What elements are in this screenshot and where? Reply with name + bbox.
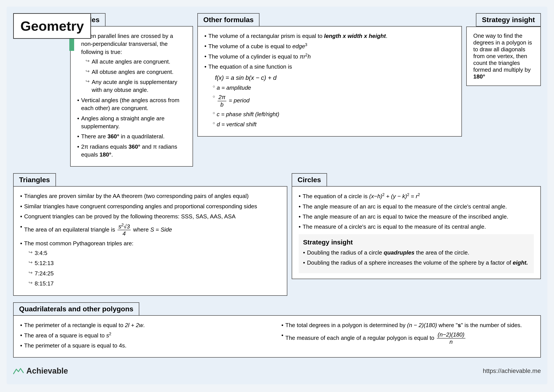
triangles-item-5: The most common Pythagorean triples are:… — [20, 239, 280, 288]
quad-two-col: The perimeter of a rectangle is equal to… — [20, 321, 534, 352]
quad-item-2: The area of a square is equal to s2 — [20, 331, 273, 339]
angles-content: When parallel lines are crossed by a non… — [70, 26, 193, 167]
triangles-item-1: Triangles are proven similar by the AA t… — [20, 192, 280, 200]
geometry-title-area: Geometry — [13, 13, 70, 39]
angles-sub-3: Any acute angle is supplementary with an… — [85, 78, 186, 94]
page-title: Geometry — [20, 18, 84, 34]
quad-col-2: The total degrees in a polygon is determ… — [281, 321, 534, 352]
sine-formula: f(x) = a sin b(x − c) + d — [215, 73, 455, 82]
sine-part-c: c = phase shift (left/right) — [213, 110, 455, 118]
geometry-title-box: Geometry — [13, 13, 91, 39]
triangles-content: Triangles are proven similar by the AA t… — [13, 186, 287, 295]
triangles-header: Triangles — [13, 173, 56, 187]
quad-item-1: The perimeter of a rectangle is equal to… — [20, 321, 273, 329]
pythagorean-list: 3:4:5 5:12:13 7:24:25 8:15:17 — [28, 249, 280, 288]
angles-item-3: Angles along a straight angle are supple… — [77, 114, 186, 130]
sine-part-d: d = vertical shift — [213, 120, 455, 128]
circles-list: The equation of a circle is (x−h)2 + (y … — [299, 192, 534, 231]
quadrilaterals-header: Quadrilaterals and other polygons — [13, 302, 139, 316]
quadrilaterals-content: The perimeter of a rectangle is equal to… — [13, 315, 541, 358]
quad-item-5: The measure of each angle of a regular p… — [281, 331, 534, 345]
circles-section: Circles The equation of a circle is (x−h… — [292, 173, 541, 279]
strategy-insight-top-text: One way to find the degrees in a polygon… — [473, 32, 534, 80]
circles-content: The equation of a circle is (x−h)2 + (y … — [292, 186, 541, 279]
circles-item-1: The equation of a circle is (x−h)2 + (y … — [299, 192, 534, 200]
quad-list-2: The total degrees in a polygon is determ… — [281, 321, 534, 345]
pyth-1: 3:4:5 — [28, 249, 280, 257]
angles-item-1: When parallel lines are crossed by a non… — [77, 32, 186, 94]
pyth-3: 7:24:25 — [28, 269, 280, 277]
quad-list-1: The perimeter of a rectangle is equal to… — [20, 321, 273, 350]
angles-sub-2: All obtuse angles are congruent. — [85, 68, 186, 76]
formula-4: The equation of a sine function is f(x) … — [204, 63, 455, 128]
formula-3: The volume of a cylinder is equal to πr2… — [204, 52, 455, 61]
triangles-list: Triangles are proven similar by the AA t… — [20, 192, 280, 287]
circles-item-2: The angle measure of an arc is equal to … — [299, 203, 534, 210]
sine-part-a: a = amplitude — [213, 84, 455, 92]
quad-col-1: The perimeter of a rectangle is equal to… — [20, 321, 273, 352]
other-formulas-header: Other formulas — [197, 13, 259, 27]
angles-sub-list: All acute angles are congruent. All obtu… — [85, 58, 186, 94]
angles-sub-1: All acute angles are congruent. — [85, 58, 186, 66]
triangles-section: Triangles Triangles are proven similar b… — [13, 173, 287, 295]
achievable-logo-icon — [13, 367, 24, 375]
triangles-item-4: The area of an equilateral triangle is s… — [20, 223, 280, 237]
page-wrapper: Geometry Angles When parallel lines are … — [7, 7, 547, 384]
middle-section: Triangles Triangles are proven similar b… — [13, 173, 541, 295]
strategy-insight-top-content: One way to find the degrees in a polygon… — [466, 27, 541, 86]
pyth-2: 5:12:13 — [28, 259, 280, 267]
angles-item-5: 2π radians equals 360° and π radians equ… — [77, 143, 186, 159]
circles-strategy-insight: Strategy insight Doubling the radius of … — [299, 234, 534, 273]
circles-header: Circles — [292, 173, 327, 187]
circles-strategy-list: Doubling the radius of a circle quadrupl… — [303, 249, 529, 267]
circles-strategy-2: Doubling the radius of a sphere increase… — [303, 259, 529, 266]
quad-item-3: The perimeter of a square is equal to 4s… — [20, 342, 273, 350]
triangles-item-3: Congruent triangles can be proved by the… — [20, 212, 280, 220]
quadrilaterals-section: Quadrilaterals and other polygons The pe… — [13, 302, 541, 358]
angles-list: When parallel lines are crossed by a non… — [77, 32, 186, 159]
angles-item-4: There are 360° in a quadrilateral. — [77, 133, 186, 140]
formula-2: The volume of a cube is equal to edge3 — [204, 42, 455, 50]
formula-1: The volume of a rectangular prism is equ… — [204, 32, 455, 40]
circles-item-4: The measure of a circle's arc is equal t… — [299, 223, 534, 231]
circles-strategy-header: Strategy insight — [303, 238, 529, 246]
strategy-insight-top-section: Strategy insight One way to find the deg… — [466, 13, 541, 86]
other-formulas-list: The volume of a rectangular prism is equ… — [204, 32, 455, 128]
footer-url: https://achievable.me — [483, 367, 541, 374]
other-formulas-section: Other formulas The volume of a rectangul… — [197, 13, 462, 137]
footer: Achievable https://achievable.me — [13, 364, 541, 378]
quad-item-4: The total degrees in a polygon is determ… — [281, 321, 534, 329]
circles-item-3: The angle measure of an arc is equal to … — [299, 213, 534, 221]
strategy-insight-top-header: Strategy insight — [476, 13, 541, 27]
other-formulas-content: The volume of a rectangular prism is equ… — [197, 26, 462, 137]
footer-logo: Achievable — [13, 366, 68, 376]
sine-parts-list: a = amplitude 2πb = period c = phase shi… — [213, 84, 455, 128]
triangles-item-2: Similar triangles have congruent corresp… — [20, 202, 280, 210]
sine-part-b: 2πb = period — [213, 94, 455, 108]
angles-item-2: Vertical angles (the angles across from … — [77, 96, 186, 112]
circles-strategy-1: Doubling the radius of a circle quadrupl… — [303, 249, 529, 257]
pyth-4: 8:15:17 — [28, 280, 280, 287]
footer-logo-text: Achievable — [26, 366, 68, 376]
top-section: Geometry Angles When parallel lines are … — [13, 13, 541, 167]
